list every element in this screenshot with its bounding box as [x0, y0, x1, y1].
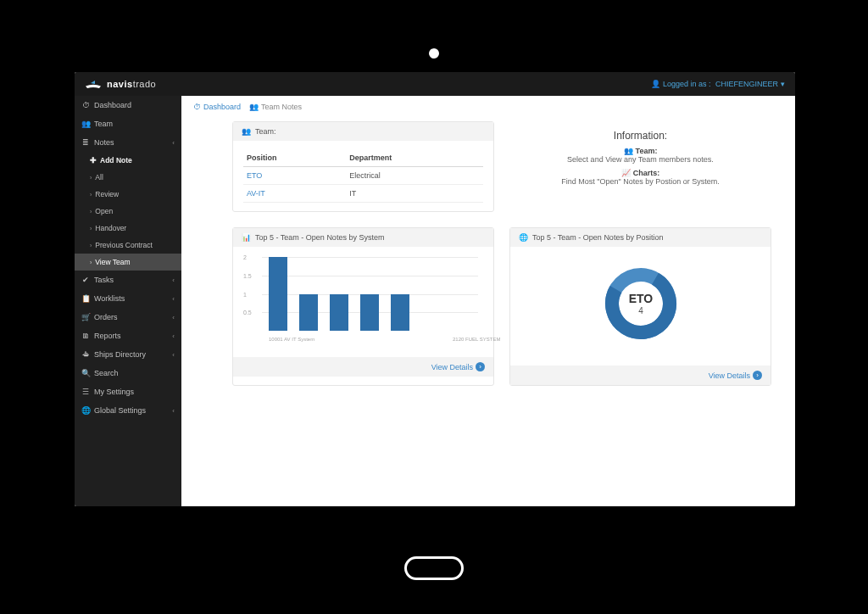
chevron-left-icon: ‹: [172, 139, 175, 147]
team-panel: 👥Team: Position Department ETO Electrica…: [232, 121, 494, 212]
main-content: ⏱Dashboard 👥Team Notes 👥Team: Position D…: [181, 96, 795, 506]
sidebar-item-dashboard[interactable]: ⏱Dashboard: [75, 96, 181, 114]
bar: [269, 257, 287, 331]
login-user: CHIEFENGINEER: [715, 80, 778, 88]
bar: [391, 294, 409, 332]
sidebar-sub-view-team[interactable]: ›View Team: [75, 254, 181, 271]
app-screen: navistrado 👤 Logged in as : CHIEFENGINEE…: [75, 72, 795, 506]
team-link-avit[interactable]: AV-IT: [247, 189, 265, 198]
donut-chart-panel: 🌐Top 5 - Team - Open Notes by Position E…: [509, 227, 771, 386]
list-icon: ≣: [81, 138, 90, 147]
users-icon: 👥: [242, 127, 251, 136]
bar-chart-icon: 📊: [242, 233, 251, 242]
sidebar-item-reports[interactable]: 🗎Reports‹: [75, 327, 181, 345]
team-link-eto[interactable]: ETO: [247, 171, 262, 180]
sidebar-sub-review[interactable]: ›Review: [75, 186, 181, 203]
team-col-position: Position: [243, 149, 346, 167]
donut-chart-header: 🌐Top 5 - Team - Open Notes by Position: [510, 228, 771, 247]
sidebar-sub-open[interactable]: ›Open: [75, 203, 181, 220]
sidebar-item-my-settings[interactable]: ☰My Settings: [75, 382, 181, 401]
brand-logo[interactable]: navistrado: [85, 78, 156, 90]
chart-icon: 📈: [621, 169, 631, 177]
team-col-department: Department: [346, 149, 483, 167]
info-team-heading: 👥Team:: [520, 147, 761, 155]
chevron-left-icon: ‹: [172, 351, 175, 359]
breadcrumb: ⏱Dashboard 👥Team Notes: [181, 96, 795, 118]
chevron-right-icon: ›: [90, 209, 92, 215]
user-icon: 👤: [651, 80, 660, 88]
globe-icon: 🌐: [519, 233, 528, 242]
gauge-icon: ⏱: [193, 103, 201, 111]
users-icon: 👥: [81, 120, 90, 128]
sidebar-sub-all[interactable]: ›All: [75, 169, 181, 186]
donut-chart: ETO 4: [519, 257, 762, 350]
info-title: Information:: [520, 130, 761, 142]
sidebar-item-notes[interactable]: ≣Notes‹: [75, 133, 181, 152]
arrow-right-icon: ›: [753, 371, 762, 380]
top-navbar: navistrado 👤 Logged in as : CHIEFENGINEE…: [75, 72, 795, 96]
chevron-right-icon: ›: [90, 226, 92, 232]
view-details-bar[interactable]: View Details›: [431, 362, 485, 371]
team-panel-header: 👥Team:: [233, 122, 493, 141]
sidebar-item-ships-directory[interactable]: ⛴Ships Directory‹: [75, 345, 181, 364]
info-charts-line: Find Most "Open" Notes by Postion or Sys…: [520, 177, 761, 186]
info-charts-heading: 📈Charts:: [520, 169, 761, 177]
caret-down-icon: ▾: [781, 80, 785, 88]
bar-chart: 0.511.5210001 AV IT System2120 FUEL SYST…: [262, 257, 478, 342]
ship-icon: ⛴: [81, 350, 90, 359]
bar: [330, 294, 348, 332]
breadcrumb-team-notes[interactable]: 👥Team Notes: [249, 103, 302, 111]
chevron-left-icon: ‹: [172, 276, 175, 284]
info-team-line: Select and View any Team members notes.: [520, 155, 761, 164]
chevron-left-icon: ‹: [172, 314, 175, 321]
donut-center-label: ETO: [628, 292, 653, 305]
sidebar-item-tasks[interactable]: ✔Tasks‹: [75, 271, 181, 289]
chevron-right-icon: ›: [90, 260, 92, 265]
file-icon: 🗎: [81, 332, 90, 340]
sidebar-sub-add-note[interactable]: ✚Add Note: [75, 152, 181, 169]
breadcrumb-dashboard[interactable]: ⏱Dashboard: [193, 103, 241, 111]
chevron-right-icon: ›: [90, 192, 92, 198]
sliders-icon: ☰: [81, 388, 90, 396]
sidebar: ⏱Dashboard 👥Team ≣Notes‹ ✚Add Note ›All …: [75, 96, 181, 506]
sidebar-item-global-settings[interactable]: 🌐Global Settings‹: [75, 401, 181, 420]
cart-icon: 🛒: [81, 313, 90, 321]
information-panel: Information: 👥Team: Select and View any …: [509, 121, 771, 212]
device-home-button[interactable]: [404, 556, 464, 580]
chevron-left-icon: ‹: [172, 295, 175, 303]
brand-text: navistrado: [107, 79, 156, 89]
users-icon: 👥: [624, 147, 633, 155]
bar: [299, 294, 318, 332]
team-table: Position Department ETO Electrical AV-IT: [243, 149, 483, 203]
arrow-right-icon: ›: [476, 362, 485, 371]
sidebar-sub-handover[interactable]: ›Handover: [75, 220, 181, 237]
view-details-donut[interactable]: View Details›: [709, 371, 762, 380]
donut-center-value: 4: [638, 306, 643, 315]
bar-chart-panel: 📊Top 5 - Team - Open Notes by System 0.5…: [232, 227, 494, 386]
chevron-right-icon: ›: [90, 243, 92, 248]
sidebar-item-search[interactable]: 🔍Search: [75, 364, 181, 382]
team-dept: Electrical: [346, 167, 483, 185]
device-camera-dot: [429, 48, 439, 59]
globe-icon: 🌐: [81, 406, 90, 415]
team-dept: IT: [346, 185, 483, 203]
table-row: ETO Electrical: [243, 167, 483, 185]
sidebar-item-orders[interactable]: 🛒Orders‹: [75, 308, 181, 327]
bar-chart-header: 📊Top 5 - Team - Open Notes by System: [233, 228, 493, 247]
users-icon: 👥: [249, 103, 259, 111]
chevron-left-icon: ‹: [172, 407, 175, 415]
bar: [360, 294, 379, 332]
plus-icon: ✚: [90, 156, 97, 165]
chevron-right-icon: ›: [90, 175, 92, 181]
sidebar-sub-previous-contract[interactable]: ›Previous Contract: [75, 237, 181, 254]
login-indicator[interactable]: 👤 Logged in as : CHIEFENGINEER ▾: [651, 80, 785, 88]
ship-icon: [85, 78, 102, 90]
sidebar-item-team[interactable]: 👥Team: [75, 114, 181, 133]
sidebar-item-worklists[interactable]: 📋Worklists‹: [75, 289, 181, 308]
check-icon: ✔: [81, 276, 90, 284]
clipboard-icon: 📋: [81, 294, 90, 303]
login-prefix: Logged in as :: [663, 80, 713, 88]
chevron-left-icon: ‹: [172, 332, 175, 340]
table-row: AV-IT IT: [243, 185, 483, 203]
gauge-icon: ⏱: [81, 101, 90, 109]
